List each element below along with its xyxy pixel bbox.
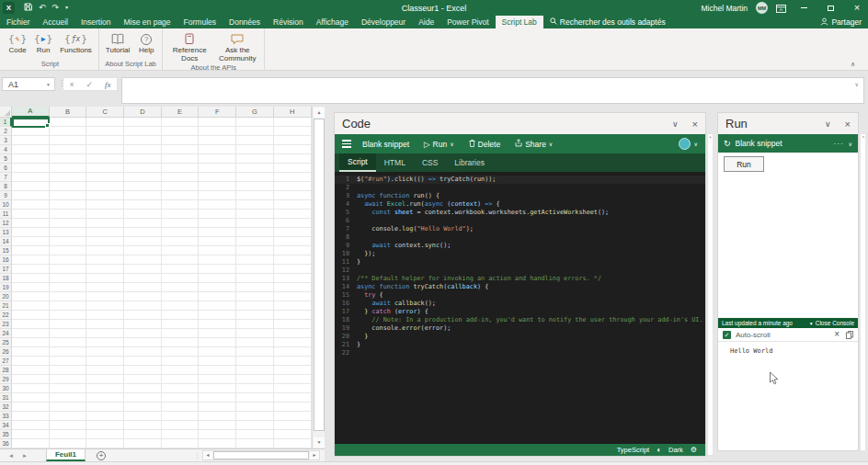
worksheet-grid[interactable]: ABCDEFGH 1234567891011121314151617181920…: [0, 107, 312, 448]
cell-a8[interactable]: [12, 182, 50, 191]
ribbon-display-options-icon[interactable]: [776, 0, 786, 17]
cell-a21[interactable]: [12, 301, 50, 311]
collapse-ribbon-icon[interactable]: ∧: [851, 61, 855, 68]
column-header-e[interactable]: E: [162, 107, 200, 118]
cell-e28[interactable]: [162, 366, 200, 375]
cell-c24[interactable]: [86, 329, 124, 338]
run-button[interactable]: {▶} Run: [30, 28, 56, 55]
ribbon-tab-mise-en-page[interactable]: Mise en page: [118, 16, 177, 28]
cell-h3[interactable]: [274, 136, 312, 145]
cell-f11[interactable]: [199, 210, 236, 219]
cell-g18[interactable]: [236, 274, 274, 283]
cell-h13[interactable]: [274, 228, 312, 237]
grid-vertical-scrollbar[interactable]: ▲ ▼: [312, 107, 325, 448]
cell-h23[interactable]: [274, 320, 312, 329]
cell-g22[interactable]: [236, 311, 274, 320]
cell-c30[interactable]: [86, 384, 124, 393]
code-line-14[interactable]: 14async function tryCatch(callback) {: [335, 283, 705, 291]
cell-a18[interactable]: [12, 274, 50, 283]
cell-e35[interactable]: [162, 430, 200, 439]
code-line-19[interactable]: 19 console.error(error);: [335, 324, 705, 333]
cell-f13[interactable]: [199, 228, 236, 237]
row-header-36[interactable]: 36: [0, 439, 12, 448]
cell-b16[interactable]: [50, 255, 87, 265]
cell-b1[interactable]: [50, 118, 87, 127]
cell-a20[interactable]: [12, 292, 50, 301]
row-header-20[interactable]: 20: [0, 292, 12, 301]
cell-c17[interactable]: [86, 265, 124, 274]
cell-g16[interactable]: [236, 255, 274, 265]
cell-d25[interactable]: [124, 338, 162, 347]
cell-g6[interactable]: [236, 164, 274, 173]
snippet-name[interactable]: Blank snippet: [362, 140, 409, 149]
cell-e32[interactable]: [162, 403, 200, 412]
column-header-b[interactable]: B: [50, 107, 87, 118]
cell-a30[interactable]: [12, 384, 50, 393]
row-header-18[interactable]: 18: [0, 274, 12, 283]
chevron-down-icon[interactable]: ∨: [849, 141, 852, 147]
cell-b25[interactable]: [50, 338, 87, 347]
scroll-right-icon[interactable]: ►: [310, 451, 319, 459]
cell-f3[interactable]: [199, 136, 236, 145]
pane-options-icon[interactable]: ∨: [672, 119, 679, 129]
cell-c1[interactable]: [86, 118, 124, 127]
column-header-f[interactable]: F: [199, 107, 236, 118]
cell-f25[interactable]: [199, 338, 236, 347]
cell-c35[interactable]: [86, 430, 124, 439]
cell-f9[interactable]: [199, 191, 236, 200]
prev-sheet-icon[interactable]: ◄: [8, 453, 14, 459]
cell-h12[interactable]: [274, 219, 312, 228]
cell-b36[interactable]: [50, 439, 87, 448]
cell-a33[interactable]: [12, 412, 50, 421]
row-header-12[interactable]: 12: [0, 219, 12, 228]
cell-a13[interactable]: [12, 228, 50, 237]
cell-c2[interactable]: [86, 127, 124, 136]
reference-docs-button[interactable]: Reference Docs: [166, 28, 213, 63]
cell-f31[interactable]: [199, 393, 236, 403]
cell-f10[interactable]: [199, 200, 236, 210]
ribbon-tab-formules[interactable]: Formules: [177, 16, 223, 28]
code-line-1[interactable]: 1$("#run").click(() => tryCatch(run));: [335, 176, 705, 184]
cell-e7[interactable]: [162, 173, 200, 182]
cell-d34[interactable]: [124, 421, 162, 430]
cell-d33[interactable]: [124, 412, 162, 421]
cell-h32[interactable]: [274, 403, 312, 412]
row-header-13[interactable]: 13: [0, 228, 12, 237]
cell-f27[interactable]: [199, 357, 236, 366]
row-header-6[interactable]: 6: [0, 164, 12, 173]
row-header-32[interactable]: 32: [0, 403, 12, 412]
cell-d5[interactable]: [124, 154, 162, 164]
cell-h16[interactable]: [274, 255, 312, 265]
auto-scroll-checkbox[interactable]: ✓: [723, 331, 731, 339]
sheet-tab-feuil1[interactable]: Feuil1: [46, 449, 86, 461]
cell-d6[interactable]: [124, 164, 162, 173]
cell-d36[interactable]: [124, 439, 162, 448]
code-line-9[interactable]: 9 await context.sync();: [335, 242, 705, 250]
column-header-h[interactable]: H: [274, 107, 312, 118]
close-console-button[interactable]: ▼ Close Console: [809, 320, 854, 326]
cell-f20[interactable]: [199, 292, 236, 301]
cell-f17[interactable]: [199, 265, 236, 274]
run-pane-scrollbar[interactable]: ◂: [861, 134, 865, 450]
cell-e14[interactable]: [162, 237, 200, 246]
cell-a2[interactable]: [12, 127, 50, 136]
code-line-20[interactable]: 20 }: [335, 333, 705, 341]
vertical-scroll-thumb[interactable]: [314, 119, 325, 431]
cell-g27[interactable]: [236, 357, 274, 366]
cancel-icon[interactable]: ×: [69, 80, 74, 89]
cell-c29[interactable]: [86, 375, 124, 384]
ribbon-tab-script-lab[interactable]: Script Lab: [496, 16, 543, 28]
cell-g17[interactable]: [236, 265, 274, 274]
code-line-16[interactable]: 16 await callback();: [335, 300, 705, 308]
cell-b35[interactable]: [50, 430, 87, 439]
cell-g1[interactable]: [236, 118, 274, 127]
cell-e36[interactable]: [162, 439, 200, 448]
cell-b34[interactable]: [50, 421, 87, 430]
cell-h28[interactable]: [274, 366, 312, 375]
cell-h20[interactable]: [274, 292, 312, 301]
cell-f15[interactable]: [199, 246, 236, 255]
cell-b19[interactable]: [50, 283, 87, 292]
cell-g34[interactable]: [236, 421, 274, 430]
cell-f12[interactable]: [199, 219, 236, 228]
cell-f4[interactable]: [199, 145, 236, 154]
